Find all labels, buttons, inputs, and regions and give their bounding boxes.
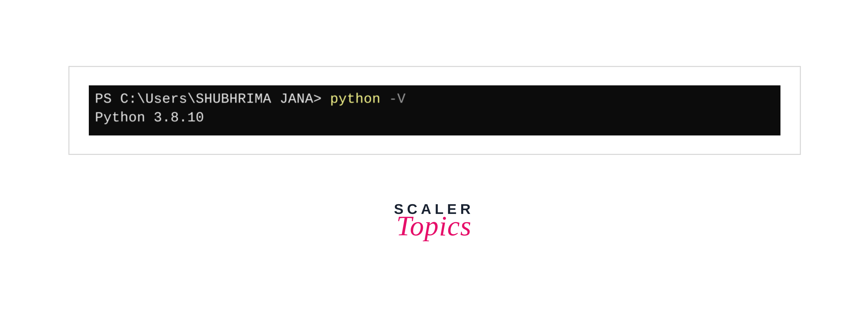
command: python [330, 91, 380, 107]
terminal-command-line: PS C:\Users\SHUBHRIMA JANA> python -V [95, 90, 774, 109]
terminal-output: Python 3.8.10 [95, 109, 774, 127]
command-flag: -V [380, 91, 406, 107]
scaler-topics-logo: SCALER Topics [394, 202, 474, 238]
terminal-window[interactable]: PS C:\Users\SHUBHRIMA JANA> python -V Py… [89, 85, 780, 136]
terminal-frame: PS C:\Users\SHUBHRIMA JANA> python -V Py… [68, 66, 801, 155]
prompt: PS C:\Users\SHUBHRIMA JANA> [95, 91, 330, 107]
logo-text-topics: Topics [394, 214, 474, 238]
